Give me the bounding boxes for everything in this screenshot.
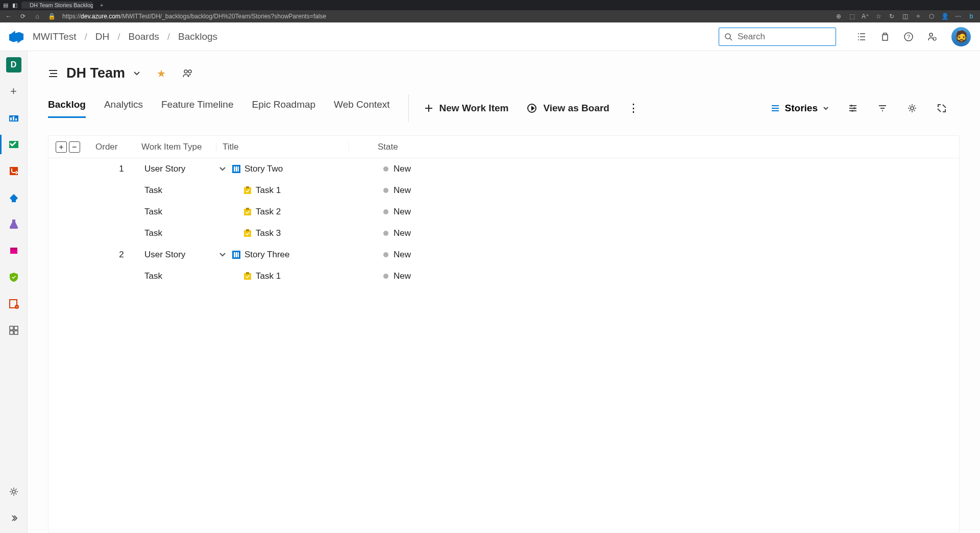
nav-dashboard-icon[interactable] (6, 323, 21, 338)
chevron-down-icon (823, 106, 829, 111)
new-work-item-button[interactable]: New Work Item (424, 103, 509, 114)
column-title[interactable]: Title (216, 142, 349, 152)
cell-title[interactable]: Task 1 (232, 271, 355, 281)
collapse-icon[interactable] (6, 511, 21, 526)
back-icon[interactable]: ← (5, 13, 12, 20)
svg-rect-36 (246, 208, 249, 210)
table-row[interactable]: TaskTask 1New (48, 180, 959, 201)
cell-type: Task (144, 207, 219, 217)
home-icon[interactable]: ⌂ (34, 13, 41, 20)
nav-testplans-icon[interactable] (6, 216, 21, 232)
search-input[interactable]: Search (719, 28, 836, 46)
table-row[interactable]: TaskTask 3New (48, 223, 959, 244)
cell-title[interactable]: Task 2 (232, 207, 355, 217)
fullscreen-icon[interactable] (936, 103, 947, 114)
team-members-icon[interactable] (182, 69, 193, 78)
url-path: /MWITTest/DH/_backlogs/backlog/DH%20Team… (120, 13, 326, 20)
cell-state: New (355, 164, 411, 174)
breadcrumb-page[interactable]: Backlogs (178, 31, 217, 42)
azure-devops-logo-icon[interactable] (9, 30, 23, 44)
search-icon (724, 33, 732, 41)
svg-rect-42 (238, 252, 239, 257)
tab-backlog[interactable]: Backlog (48, 99, 86, 118)
user-settings-icon[interactable] (927, 32, 937, 42)
nav-overview-icon[interactable] (6, 110, 21, 126)
refresh-icon[interactable]: ⟳ (19, 13, 27, 20)
bing-icon[interactable]: b (968, 13, 975, 20)
state-dot-icon (383, 166, 388, 172)
address-bar[interactable]: https://dev.azure.com/MWITTest/DH/_backl… (62, 13, 828, 20)
search-placeholder: Search (738, 32, 765, 42)
breadcrumb-team[interactable]: DH (95, 31, 109, 42)
collections-icon[interactable]: ✧ (915, 13, 922, 20)
add-button[interactable]: + (6, 84, 21, 99)
breadcrumb-project[interactable]: MWITTest (33, 31, 77, 42)
favorite-star-icon[interactable]: ★ (157, 67, 166, 80)
extensions-icon[interactable]: ⬡ (928, 13, 935, 20)
shopping-icon[interactable]: ⬚ (848, 13, 855, 20)
settings-gear-icon[interactable] (906, 103, 918, 114)
state-dot-icon (383, 188, 388, 193)
list-icon[interactable] (48, 69, 58, 78)
tab-web-context[interactable]: Web Context (334, 99, 389, 118)
zoom-icon[interactable]: ⊕ (835, 13, 842, 20)
nav-boards-icon[interactable] (6, 137, 21, 152)
column-state[interactable]: State (349, 142, 415, 152)
page-title: DH Team (66, 65, 125, 81)
filter-icon[interactable] (877, 103, 888, 114)
board-icon (527, 103, 537, 113)
svg-rect-38 (246, 229, 249, 231)
expand-chevron-icon[interactable] (219, 166, 232, 172)
nav-pipelines-icon[interactable] (6, 190, 21, 205)
chevron-down-icon[interactable] (133, 71, 140, 76)
new-tab-button[interactable]: + (97, 2, 106, 8)
work-items-icon[interactable] (856, 32, 867, 42)
table-row[interactable]: TaskTask 1New (48, 265, 959, 287)
column-type[interactable]: Work Item Type (141, 142, 216, 152)
svg-line-1 (730, 38, 732, 40)
cell-title[interactable]: Task 1 (232, 185, 355, 196)
help-icon[interactable]: ? (903, 32, 914, 42)
read-aloud-icon[interactable]: A⁺ (862, 13, 869, 20)
favorite-icon[interactable]: ☆ (875, 13, 882, 20)
column-options-icon[interactable] (847, 103, 859, 114)
nav-artifacts-icon[interactable] (6, 243, 21, 258)
view-as-board-button[interactable]: View as Board (527, 103, 609, 114)
backlog-level-dropdown[interactable]: Stories (771, 103, 829, 114)
svg-point-27 (851, 110, 853, 112)
nav-repos-icon[interactable] (6, 163, 21, 179)
cell-title[interactable]: Story Two (232, 164, 355, 174)
table-row[interactable]: 2User StoryStory ThreeNew (48, 244, 959, 265)
url-host: dev.azure.com (81, 13, 120, 20)
menu-icon[interactable]: ⋯ (954, 13, 962, 20)
table-row[interactable]: 1User StoryStory TwoNew (48, 158, 959, 180)
marketplace-icon[interactable] (880, 32, 890, 42)
sync-icon[interactable]: ↻ (888, 13, 895, 20)
cell-title[interactable]: Task 3 (232, 228, 355, 238)
view-as-board-label: View as Board (543, 103, 609, 114)
table-row[interactable]: TaskTask 2New (48, 201, 959, 223)
nav-wiki-icon[interactable]: + (6, 296, 21, 311)
svg-rect-7 (10, 117, 12, 120)
avatar[interactable]: 🧔 (951, 27, 971, 46)
more-actions-icon[interactable]: ⋮ (628, 102, 639, 115)
nav-compliance-icon[interactable] (6, 270, 21, 285)
column-order[interactable]: Order (95, 142, 141, 152)
split-icon[interactable]: ◫ (901, 13, 909, 20)
expand-all-button[interactable]: + (56, 141, 67, 153)
tab-epic-roadmap[interactable]: Epic Roadmap (252, 99, 315, 118)
project-avatar[interactable]: D (6, 57, 21, 72)
tab-feature-timeline[interactable]: Feature Timeline (161, 99, 234, 118)
plus-icon (424, 104, 433, 113)
settings-icon[interactable] (6, 484, 21, 499)
tab-title: DH Team Stories Backlog - Board (30, 2, 93, 8)
browser-tab[interactable]: DH Team Stories Backlog - Board × (21, 2, 93, 9)
tab-analytics[interactable]: Analytics (104, 99, 143, 118)
cell-title[interactable]: Story Three (232, 250, 355, 260)
profile-icon[interactable]: 👤 (941, 13, 948, 20)
breadcrumb-section[interactable]: Boards (129, 31, 159, 42)
cell-state: New (355, 250, 411, 260)
sys-icon: ◧ (12, 2, 17, 9)
expand-chevron-icon[interactable] (219, 252, 232, 257)
collapse-all-button[interactable]: − (69, 141, 80, 153)
